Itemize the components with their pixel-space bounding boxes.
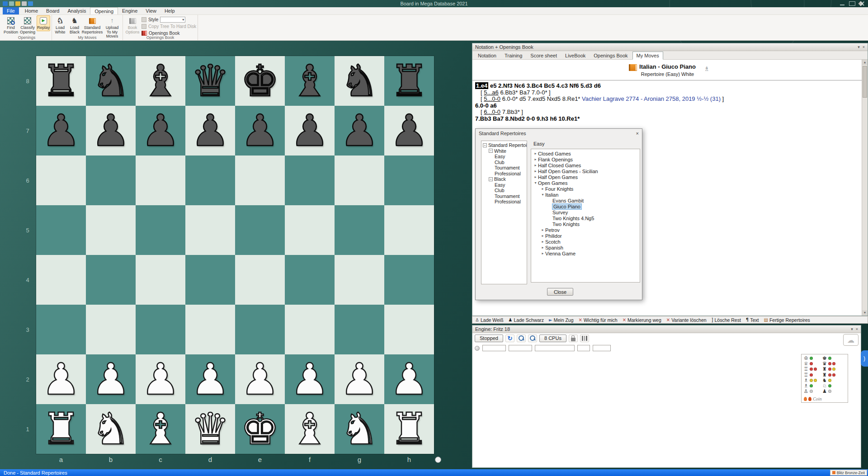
square-g3[interactable]	[335, 305, 384, 354]
black-bishop[interactable]: ♝	[141, 58, 180, 104]
square-a5[interactable]	[36, 205, 86, 255]
black-pawn[interactable]: ♟	[290, 108, 329, 153]
square-g7[interactable]: ♟	[335, 106, 384, 156]
white-pawn[interactable]: ♟	[141, 357, 180, 402]
menu-tab-view[interactable]: View	[142, 7, 160, 14]
engine-collapse-icon[interactable]: ▾	[851, 327, 853, 331]
square-a2[interactable]: ♟	[36, 354, 86, 404]
square-a7[interactable]: ♟	[36, 106, 86, 156]
square-g2[interactable]: ♟	[335, 354, 384, 404]
square-f5[interactable]	[285, 205, 335, 255]
notation-segment[interactable]: e5 2.Nf3 Nc6 3.Bc4 Bc5 4.c3 Nf6 5.d3 d6	[488, 82, 601, 89]
tree-arrow-icon[interactable]: ▸	[540, 245, 545, 250]
tree-arrow-icon[interactable]: ▸	[540, 240, 545, 244]
left-tree-item[interactable]: Tournament	[481, 165, 527, 171]
square-h2[interactable]: ♟	[384, 354, 434, 404]
engine-input-5[interactable]	[593, 345, 611, 351]
replay-button[interactable]: ▶ Replay	[37, 15, 50, 31]
refresh-button[interactable]: ↻	[505, 335, 514, 342]
tree-arrow-icon[interactable]: ▸	[540, 228, 545, 232]
maximize-icon[interactable]	[849, 1, 855, 6]
scroll-down-icon[interactable]: ▼	[862, 310, 868, 316]
square-c5[interactable]	[136, 205, 185, 255]
tree-arrow-icon[interactable]: ▸	[533, 175, 538, 179]
stopped-button[interactable]: Stopped	[475, 335, 503, 342]
cloud-button[interactable]: ☁	[843, 334, 859, 346]
menu-tab-engine[interactable]: Engine	[118, 7, 142, 14]
black-king[interactable]: ♚	[241, 58, 279, 104]
square-h6[interactable]	[384, 156, 434, 205]
white-knight[interactable]: ♞	[340, 406, 379, 452]
copy-tree-button[interactable]: Copy Tree To Hard Disk	[142, 24, 196, 29]
white-pawn[interactable]: ♟	[91, 357, 130, 402]
dialog-title-bar[interactable]: Standard Repertoires ×	[476, 129, 642, 138]
database-shortcut-icon[interactable]	[15, 1, 20, 6]
black-rook[interactable]: ♜	[390, 58, 429, 104]
notation-segment[interactable]: 5...0-0	[484, 95, 500, 102]
tree-arrow-icon[interactable]: ▸	[533, 151, 538, 156]
right-tree-item[interactable]: ▸Scotch	[531, 239, 640, 245]
tab-notation[interactable]: Notation	[474, 52, 500, 59]
tree-collapse-icon[interactable]: −	[489, 149, 493, 153]
right-tree-item[interactable]: ▸Half Closed Games	[531, 162, 640, 168]
right-tree-item[interactable]: ▸Philidor	[531, 233, 640, 239]
square-d4[interactable]	[185, 255, 235, 305]
black-pawn[interactable]: ♟	[340, 108, 379, 153]
engine-close-icon[interactable]: ×	[856, 327, 858, 331]
menu-tab-analysis[interactable]: Analysis	[63, 7, 90, 14]
right-tree-item[interactable]: Two Knights	[531, 221, 640, 227]
tree-arrow-icon[interactable]: ▸	[533, 169, 538, 173]
tab-training[interactable]: Training	[501, 52, 526, 59]
right-tree-item[interactable]: Evans Gambit	[531, 198, 640, 203]
black-pawn[interactable]: ♟	[241, 108, 279, 153]
close-icon[interactable]	[859, 1, 865, 6]
square-f4[interactable]	[285, 255, 335, 305]
square-c2[interactable]: ♟	[136, 354, 185, 404]
taskbar-item[interactable]: Blitz Bronze-Zeit	[830, 470, 867, 476]
square-d6[interactable]	[185, 156, 235, 205]
tree-arrow-icon[interactable]: ▸	[540, 187, 545, 191]
right-tree-item[interactable]: ▸Flank Openings	[531, 156, 640, 162]
scrollbar-thumb[interactable]	[863, 66, 867, 98]
white-rook[interactable]: ♜	[42, 406, 80, 452]
square-d7[interactable]: ♟	[185, 106, 235, 156]
black-queen[interactable]: ♛	[191, 58, 230, 104]
square-c6[interactable]	[136, 156, 185, 205]
engine-input-3[interactable]	[535, 345, 575, 351]
zoom-out-button[interactable]	[528, 335, 537, 342]
square-f1[interactable]: ♝	[285, 404, 335, 454]
notation-segment[interactable]: 7.Bb3* ]	[500, 108, 523, 115]
square-a8[interactable]: ♜	[36, 56, 86, 106]
standard-repertoires-button[interactable]: Standard Repertoires	[82, 15, 102, 35]
square-a3[interactable]	[36, 305, 86, 354]
white-bishop[interactable]: ♝	[141, 406, 180, 452]
square-d1[interactable]: ♛	[185, 404, 235, 454]
menu-tab-board[interactable]: Board	[42, 7, 63, 14]
square-e6[interactable]	[235, 156, 285, 205]
square-d5[interactable]	[185, 205, 235, 255]
square-a4[interactable]	[36, 255, 86, 305]
left-tree-item[interactable]: Easy	[481, 182, 527, 188]
square-c4[interactable]	[136, 255, 185, 305]
square-b2[interactable]: ♟	[86, 354, 136, 404]
black-bishop[interactable]: ♝	[290, 58, 329, 104]
square-b8[interactable]: ♞	[86, 56, 136, 106]
left-tree-item[interactable]: Tournament	[481, 193, 527, 199]
square-e5[interactable]	[235, 205, 285, 255]
repertoire-tool-fertige-repertoires[interactable]: ▤Fertige Repertoires	[764, 317, 810, 323]
save-shortcut-icon[interactable]	[22, 1, 27, 6]
square-c3[interactable]	[136, 305, 185, 354]
square-f8[interactable]: ♝	[285, 56, 335, 106]
square-f6[interactable]	[285, 156, 335, 205]
tab-openings-book[interactable]: Openings Book	[590, 52, 631, 59]
right-tree-item[interactable]: ▸Petrov	[531, 227, 640, 233]
notation-segment[interactable]: 6.Bb3* Ba7 7.0-0* ]	[499, 89, 551, 96]
app-icon[interactable]	[3, 1, 8, 6]
notation-segment[interactable]: ]	[721, 95, 724, 102]
tree-arrow-icon[interactable]: ▸	[533, 163, 538, 167]
repertoire-tool-mein-zug[interactable]: ►Mein Zug	[549, 317, 573, 323]
square-h8[interactable]: ♜	[384, 56, 434, 106]
repertoire-tool-l-sche-rest[interactable]: ]Lösche Rest	[712, 317, 741, 323]
square-c1[interactable]: ♝	[136, 404, 185, 454]
scroll-up-icon[interactable]: ▲	[862, 60, 868, 65]
